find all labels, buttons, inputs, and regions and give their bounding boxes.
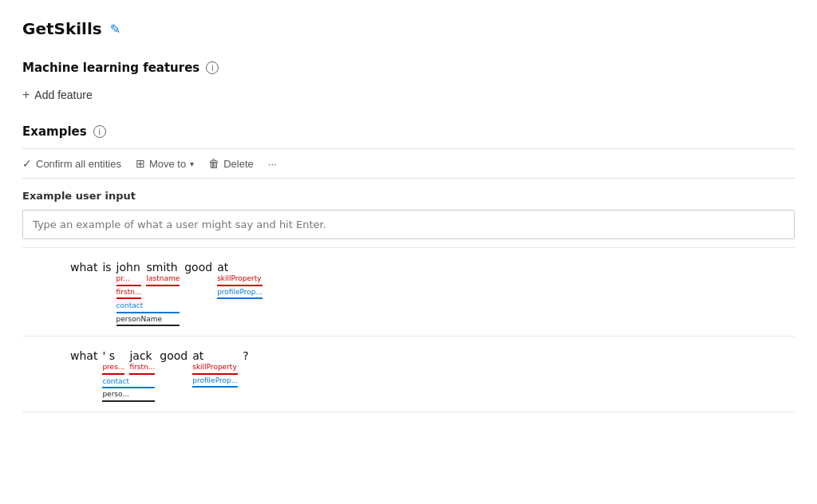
ann-firstname2: firstn... (116, 287, 142, 300)
example-item-1: what is john pr... firstn... (22, 248, 795, 337)
span-s-jack: ' s pres... jack firstn... (102, 349, 155, 402)
delete-button[interactable]: 🗑 Delete (208, 156, 254, 171)
delete-label: Delete (223, 158, 254, 170)
token-s: ' s pres... (102, 349, 124, 375)
token-what: what (70, 261, 97, 274)
page-title: GetSkills (22, 19, 102, 38)
ml-features-info-icon[interactable]: i (206, 61, 219, 74)
examples-section: Examples i ✓ Confirm all entities ⊞ Move… (22, 124, 795, 412)
more-label: ··· (268, 158, 277, 170)
span-john-smith: john pr... firstn... smith lastname (116, 261, 180, 326)
example-input-label: Example user input (22, 190, 795, 202)
page-container: GetSkills ✎ Machine learning features i … (0, 0, 817, 504)
example-input[interactable] (22, 210, 795, 239)
token-question: ? (243, 349, 248, 362)
token-good2: good (160, 349, 187, 362)
token-what2: what (70, 349, 97, 362)
ann-skillprop: skillProperty (217, 274, 262, 286)
token-is: is (102, 261, 111, 274)
token-john: john pr... firstn... (116, 261, 142, 299)
more-button[interactable]: ··· (268, 156, 277, 171)
ml-features-title: Machine learning features (22, 61, 199, 75)
examples-title: Examples (22, 124, 87, 139)
chevron-down-icon: ▾ (190, 159, 194, 168)
confirm-all-label: Confirm all entities (36, 158, 121, 170)
ann-profileprop2: profileProp... (192, 376, 238, 388)
add-feature-button[interactable]: + Add feature (22, 85, 93, 105)
confirm-all-button[interactable]: ✓ Confirm all entities (22, 156, 121, 171)
edit-title-icon[interactable]: ✎ (110, 22, 120, 37)
ann-lastname: lastname (146, 274, 180, 286)
examples-toolbar: ✓ Confirm all entities ⊞ Move to ▾ 🗑 Del… (22, 148, 795, 179)
add-feature-label: Add feature (34, 89, 92, 101)
ann-pres: pres... (102, 362, 124, 375)
title-row: GetSkills ✎ (22, 19, 795, 38)
token-jack: jack firstn... (129, 349, 155, 375)
example-item-2: what ' s pres... jack (22, 337, 795, 412)
example-input-section: Example user input (22, 179, 795, 248)
move-to-label: Move to (149, 158, 186, 170)
checkmark-icon: ✓ (22, 157, 32, 170)
ann-skillprop2: skillProperty (192, 362, 238, 375)
span-label-contact2: contact (102, 376, 155, 389)
move-to-button[interactable]: ⊞ Move to ▾ (136, 156, 194, 171)
token-at2: at skillProperty profileProp... (192, 349, 238, 388)
span-label-perso: perso... (102, 389, 155, 402)
trash-icon: 🗑 (208, 157, 219, 170)
ann-firstn2: firstn... (129, 362, 155, 375)
span-good-at: at skillProperty profileProp... (217, 261, 262, 299)
examples-info-icon[interactable]: i (93, 125, 106, 138)
span-label-personname: personName (116, 314, 180, 327)
ml-features-header: Machine learning features i (22, 61, 795, 75)
examples-header: Examples i (22, 124, 795, 139)
token-good: good (184, 261, 212, 274)
move-icon: ⊞ (136, 157, 145, 170)
ann-profileprop: profileProp... (217, 287, 262, 300)
token-at: at skillProperty profileProp... (217, 261, 262, 299)
span-label-contact: contact (116, 301, 180, 313)
token-smith: smith lastname (146, 261, 180, 299)
plus-icon: + (22, 88, 30, 102)
ann-firstname: pr... (116, 274, 142, 286)
